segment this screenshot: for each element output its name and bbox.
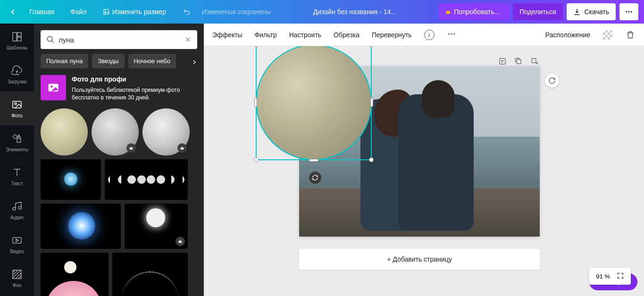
zoom-bar: 91 % [589,268,631,285]
try-pro-button[interactable]: Попробовать С... [438,3,509,20]
more-button[interactable] [619,3,638,20]
tool-effects[interactable]: Эффекты [212,31,243,39]
file-label: Файл [70,8,86,16]
svg-point-14 [50,85,53,88]
video-icon [11,235,23,246]
photo-result[interactable] [125,204,188,249]
templates-label: Шаблоны [7,45,27,50]
svg-rect-20 [608,30,610,33]
sidebar-item-video[interactable]: Видео [0,227,34,261]
svg-rect-21 [605,33,608,35]
tool-position[interactable]: Расположение [545,31,590,39]
chip-night-sky[interactable]: Ночное небо [128,54,176,68]
zoom-value[interactable]: 91 % [596,273,610,280]
resize-handle[interactable] [254,46,259,47]
fullscreen-button[interactable] [617,272,624,281]
background-icon [11,269,23,280]
chip-stars[interactable]: Звезды [92,54,124,68]
photo-label: Фото [12,113,23,118]
photo-result[interactable] [41,108,88,156]
svg-rect-19 [603,30,605,33]
download-button[interactable]: Скачать [567,3,616,20]
text-icon [11,167,23,178]
audio-icon [11,201,23,212]
svg-rect-10 [13,238,21,243]
rotate-button[interactable] [309,172,321,184]
sidebar-item-elements[interactable]: Элементы [0,125,34,159]
add-page-button[interactable]: + Добавить страницу [299,249,540,270]
uploads-label: Загрузки [8,79,26,84]
design-title[interactable]: Дизайн без названия - 14... [271,8,438,16]
premium-badge [126,143,136,153]
promo-desc: Пользуйтесь библиотекой премиум-фото бес… [72,86,197,102]
svg-rect-5 [17,37,21,41]
resize-handle[interactable] [254,157,259,162]
svg-rect-26 [610,37,612,40]
resize-edge[interactable] [309,159,318,162]
svg-rect-27 [500,58,505,64]
sidebar-item-text[interactable]: Текст [0,159,34,193]
premium-badge [176,237,185,246]
transparency-button[interactable] [602,30,613,40]
chip-full-moon[interactable]: Полная луна [41,54,88,68]
svg-point-17 [453,33,455,34]
page-duplicate-button[interactable] [514,57,523,66]
tool-filter[interactable]: Фильтр [255,31,277,39]
toolbar-more-button[interactable] [447,29,456,41]
svg-rect-22 [610,33,612,35]
delete-button[interactable] [625,30,636,40]
svg-rect-24 [608,35,610,37]
sidebar-item-photo[interactable]: Фото [0,91,34,125]
svg-rect-3 [13,33,17,41]
save-status: Изменения сохранены [202,8,271,16]
page-comment-button[interactable] [498,57,507,66]
tool-adjust[interactable]: Настроить [289,31,321,39]
sidebar-item-background[interactable]: Фон [0,261,34,295]
uploads-icon [11,65,23,76]
page-add-button[interactable] [530,57,539,66]
svg-rect-23 [603,35,605,37]
photo-result[interactable] [41,204,121,249]
sidebar-item-audio[interactable]: Аудио [0,193,34,227]
search-box[interactable] [41,30,197,49]
photo-result[interactable] [41,159,101,200]
file-button[interactable]: Файл [64,0,93,24]
photo-result[interactable] [41,253,109,296]
photo-result[interactable] [142,108,190,156]
svg-rect-9 [17,139,21,142]
undo-button[interactable] [180,8,194,16]
search-input[interactable] [59,36,180,44]
back-button[interactable] [6,5,20,19]
sidebar-item-uploads[interactable]: Загрузки [0,58,34,91]
svg-rect-6 [13,101,21,108]
background-label: Фон [13,283,22,288]
photo-result[interactable] [112,253,188,296]
promo-card[interactable]: Фото для профи Пользуйтесь библиотекой п… [41,75,197,102]
svg-rect-28 [517,59,521,64]
resize-edge[interactable] [370,98,373,107]
home-label: Главная [29,8,54,16]
photo-result[interactable] [92,108,139,156]
info-button[interactable]: i [424,30,435,40]
svg-point-16 [451,33,452,34]
selection-box[interactable] [256,46,372,160]
audio-label: Аудио [10,215,24,220]
templates-icon [11,31,23,42]
resize-button[interactable]: Изменить размер [96,0,173,24]
share-button[interactable]: Поделиться [513,3,562,20]
resize-handle[interactable] [369,157,374,162]
svg-point-0 [626,11,627,13]
animate-button[interactable] [545,74,559,88]
resize-edge[interactable] [254,98,257,107]
svg-point-15 [448,33,449,34]
svg-point-2 [631,11,632,13]
home-button[interactable]: Главная [23,0,61,24]
clear-icon[interactable] [184,36,192,43]
photo-result[interactable] [105,159,188,200]
tool-crop[interactable]: Обрезка [334,31,360,39]
resize-handle[interactable] [369,46,374,47]
tool-flip[interactable]: Перевернуть [372,31,412,39]
sidebar-item-templates[interactable]: Шаблоны [0,24,34,58]
chips-next-button[interactable] [185,54,204,71]
text-label: Текст [11,181,23,186]
